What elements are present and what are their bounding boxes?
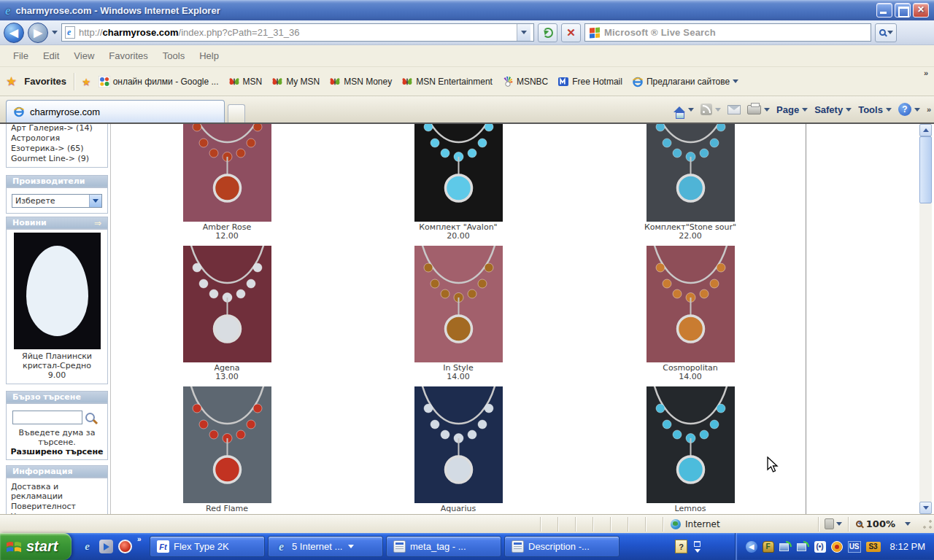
task-button[interactable]: Ft e Flex Type 2K [150, 536, 265, 557]
restore-pane-icon[interactable] [694, 541, 700, 547]
band-dropdown-icon[interactable] [695, 549, 700, 553]
history-dropdown-icon[interactable] [52, 31, 58, 34]
product-name-link[interactable]: Aquarius [400, 505, 517, 513]
task-button[interactable]: Ft e 5 Internet ... [268, 536, 383, 557]
hide-icons-chevron[interactable]: ◀ [746, 541, 757, 553]
menu-item[interactable]: Tools [155, 50, 192, 61]
news-product-image[interactable] [14, 233, 101, 349]
add-favorite-icon[interactable]: ★ [82, 77, 91, 87]
product-image[interactable] [183, 386, 271, 503]
home-icon [674, 106, 685, 112]
tools-menu-button[interactable]: Tools [858, 104, 892, 115]
quick-search-icon[interactable] [85, 413, 95, 422]
new-tab-button[interactable] [228, 104, 245, 122]
tray-hand-icon[interactable]: F [763, 541, 774, 553]
product-image[interactable] [414, 246, 503, 362]
category-link[interactable]: Езотерика-> (65) [11, 144, 103, 154]
favorites-link[interactable]: Free Hotmail [557, 76, 622, 88]
favorites-link[interactable]: онлайн филми - Google ... [99, 76, 219, 88]
favorites-link[interactable]: MSN Money [329, 76, 392, 88]
language-indicator[interactable]: US [848, 541, 861, 553]
product-image[interactable] [414, 386, 503, 503]
help-tray-icon[interactable]: ? [675, 540, 687, 553]
stop-button[interactable]: ✕ [561, 23, 581, 42]
title-bar: e charmyrose.com - Windows Internet Expl… [0, 0, 934, 20]
start-button[interactable]: start [0, 533, 72, 560]
product-image[interactable] [647, 124, 735, 222]
resize-grip[interactable] [922, 519, 933, 529]
minimize-button[interactable] [876, 3, 892, 18]
task-button[interactable]: Ft e meta_tag - ... [386, 536, 501, 557]
product-image[interactable] [414, 124, 503, 222]
select-dropdown-icon[interactable] [89, 195, 101, 207]
address-dropdown-button[interactable] [517, 24, 530, 41]
product-tile: Cosmopolitan 14.00 [632, 246, 749, 381]
news-product-link[interactable]: Яйце Планински кристал-Средно [7, 351, 107, 370]
quicklaunch-overflow-chevron[interactable]: » [137, 535, 142, 543]
print-button[interactable] [747, 105, 770, 114]
zoom-control[interactable]: 100% [848, 517, 918, 532]
help-button[interactable]: ? [898, 103, 920, 116]
menu-item[interactable]: File [6, 50, 36, 61]
information-link[interactable]: Поверителност [11, 502, 103, 511]
menu-item[interactable]: Edit [36, 50, 66, 61]
favorites-star-icon[interactable]: ★ [6, 75, 17, 88]
quicklaunch-app-icon[interactable] [118, 540, 132, 553]
network-icon-2[interactable] [797, 541, 809, 552]
restore-button[interactable] [895, 3, 911, 18]
menu-item[interactable]: Help [192, 50, 226, 61]
manufacturer-select[interactable]: Изберете [12, 194, 102, 208]
menu-item[interactable]: Favorites [101, 50, 155, 61]
safety-menu-button[interactable]: Safety [814, 104, 852, 115]
favorites-link[interactable]: Предлагани сайтове [632, 76, 738, 88]
quicklaunch-media-icon[interactable] [99, 540, 113, 553]
necklace-art [183, 386, 271, 503]
favorites-overflow-chevron[interactable]: » [924, 69, 928, 77]
address-bar[interactable]: http://charmyrose.com/index.php?cPath=21… [61, 23, 534, 42]
search-go-button[interactable] [875, 23, 897, 42]
back-button[interactable]: ◀ [4, 23, 24, 43]
forward-button[interactable]: ▶ [28, 23, 48, 43]
tray-app-icon[interactable] [831, 541, 843, 553]
category-link[interactable]: Арт Галерия-> (14) [11, 124, 103, 133]
vertical-scrollbar[interactable] [919, 124, 932, 514]
category-link[interactable]: Gourmet Line-> (9) [11, 154, 103, 164]
product-image[interactable] [647, 246, 735, 362]
task-button[interactable]: Ft e Description -... [504, 536, 620, 557]
product-image[interactable] [183, 124, 271, 222]
menu-item[interactable]: View [66, 50, 101, 61]
search-input[interactable]: Microsoft ® Live Search [584, 23, 871, 42]
protected-mode-icon [825, 518, 834, 529]
favorites-label[interactable]: Favorites [24, 76, 66, 87]
network-icon[interactable] [779, 541, 792, 552]
page-menu-button[interactable]: Page [776, 104, 808, 115]
quick-search-input[interactable] [12, 411, 82, 424]
protected-mode-button[interactable] [818, 517, 848, 532]
favorites-link[interactable]: My MSN [271, 76, 320, 88]
refresh-button[interactable] [538, 23, 557, 42]
volume-icon[interactable]: (•) [814, 541, 826, 553]
scroll-up-button[interactable] [919, 124, 932, 136]
favorites-link[interactable]: MSN [228, 76, 263, 88]
close-button[interactable] [913, 3, 929, 18]
read-mail-button[interactable] [727, 105, 741, 114]
s3-tray-icon[interactable]: S3 [866, 542, 881, 552]
product-image[interactable] [183, 246, 271, 362]
advanced-search-link[interactable]: Разширено търсене [7, 447, 107, 457]
tab-charmyrose[interactable]: charmyrose.com [6, 100, 225, 122]
scrollbar-thumb[interactable] [919, 136, 932, 203]
home-button[interactable] [674, 106, 694, 112]
product-image[interactable] [647, 386, 735, 503]
news-more-icon[interactable]: ⇒ [94, 218, 101, 228]
product-name-link[interactable]: Red Flame [169, 505, 285, 513]
quicklaunch-ie-icon[interactable]: e [80, 540, 94, 553]
scroll-down-button[interactable] [919, 502, 932, 514]
favorites-link[interactable]: MSN Entertainment [401, 76, 493, 88]
category-link[interactable]: Астрология [11, 133, 103, 144]
information-link[interactable]: Доставка и рекламации [11, 482, 103, 501]
feeds-button[interactable] [700, 104, 721, 115]
command-overflow-chevron[interactable]: » [927, 105, 931, 114]
favorites-link[interactable]: MSNBC [502, 76, 548, 88]
product-name-link[interactable]: Lemnos [632, 505, 749, 513]
favorites-bar: ★ Favorites ★ онлайн филми - Google ... … [0, 67, 934, 96]
